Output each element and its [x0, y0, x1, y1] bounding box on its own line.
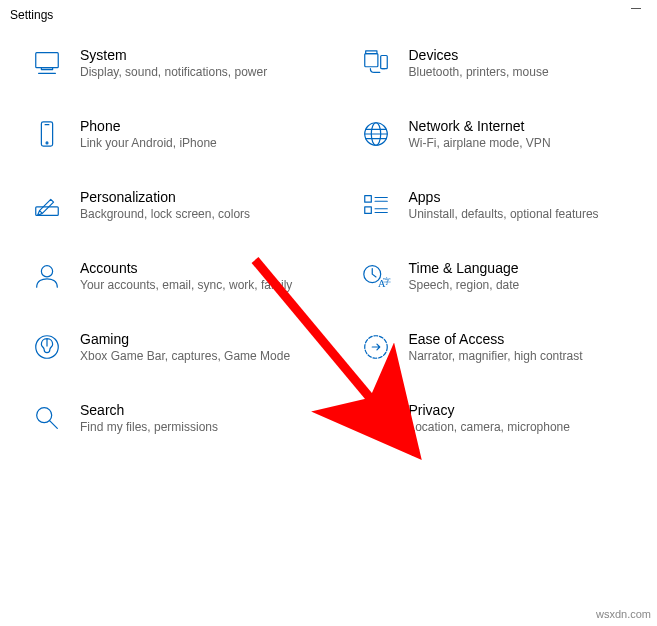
svg-rect-1 — [41, 68, 52, 70]
globe-icon — [359, 117, 393, 151]
svg-point-9 — [46, 142, 48, 144]
svg-rect-14 — [364, 196, 371, 203]
tile-title: Devices — [409, 46, 638, 64]
tile-apps[interactable]: Apps Uninstall, defaults, optional featu… — [339, 172, 648, 243]
window-title: Settings — [10, 8, 53, 22]
svg-rect-4 — [365, 51, 376, 54]
tile-personalization[interactable]: Personalization Background, lock screen,… — [10, 172, 319, 243]
tile-title: Ease of Access — [409, 330, 638, 348]
system-icon — [30, 46, 64, 80]
tile-title: Network & Internet — [409, 117, 638, 135]
svg-rect-5 — [380, 56, 387, 69]
tile-phone[interactable]: Phone Link your Android, iPhone — [10, 101, 319, 172]
svg-line-27 — [50, 421, 58, 429]
tile-title: Time & Language — [409, 259, 638, 277]
tile-title: Personalization — [80, 188, 309, 206]
ease-of-access-icon — [359, 330, 393, 364]
tile-title: Apps — [409, 188, 638, 206]
clock-language-icon: A字 — [359, 259, 393, 293]
tile-desc: Speech, region, date — [409, 277, 638, 294]
tile-desc: Bluetooth, printers, mouse — [409, 64, 638, 81]
phone-icon — [30, 117, 64, 151]
tile-desc: Wi-Fi, airplane mode, VPN — [409, 135, 638, 152]
tile-network[interactable]: Network & Internet Wi-Fi, airplane mode,… — [339, 101, 648, 172]
tile-desc: Narrator, magnifier, high contrast — [409, 348, 638, 365]
apps-list-icon — [359, 188, 393, 222]
lock-icon — [359, 401, 393, 435]
tile-title: System — [80, 46, 309, 64]
svg-point-20 — [41, 266, 52, 277]
tile-desc: Link your Android, iPhone — [80, 135, 309, 152]
tile-desc: Background, lock screen, colors — [80, 206, 309, 223]
tile-time-language[interactable]: A字 Time & Language Speech, region, date — [339, 243, 648, 314]
tile-desc: Uninstall, defaults, optional features — [409, 206, 638, 223]
tile-system[interactable]: System Display, sound, notifications, po… — [10, 30, 319, 101]
tile-desc: Xbox Game Bar, captures, Game Mode — [80, 348, 309, 365]
window-titlebar: Settings — [0, 0, 657, 30]
tile-accounts[interactable]: Accounts Your accounts, email, sync, wor… — [10, 243, 319, 314]
tile-title: Accounts — [80, 259, 309, 277]
tile-desc: Your accounts, email, sync, work, family — [80, 277, 309, 294]
tile-title: Phone — [80, 117, 309, 135]
gaming-icon — [30, 330, 64, 364]
tile-desc: Location, camera, microphone — [409, 419, 638, 436]
svg-rect-3 — [364, 54, 377, 67]
tile-title: Search — [80, 401, 309, 419]
svg-rect-15 — [364, 207, 371, 214]
person-icon — [30, 259, 64, 293]
tile-gaming[interactable]: Gaming Xbox Game Bar, captures, Game Mod… — [10, 314, 319, 385]
svg-point-29 — [374, 420, 377, 423]
tile-ease-of-access[interactable]: Ease of Access Narrator, magnifier, high… — [339, 314, 648, 385]
devices-icon — [359, 46, 393, 80]
pen-icon — [30, 188, 64, 222]
tile-privacy[interactable]: Privacy Location, camera, microphone — [339, 385, 648, 456]
search-icon — [30, 401, 64, 435]
tile-title: Gaming — [80, 330, 309, 348]
settings-grid: System Display, sound, notifications, po… — [0, 30, 657, 456]
svg-text:字: 字 — [382, 275, 390, 285]
minimize-icon[interactable] — [631, 8, 641, 9]
tile-devices[interactable]: Devices Bluetooth, printers, mouse — [339, 30, 648, 101]
tile-desc: Find my files, permissions — [80, 419, 309, 436]
svg-rect-0 — [36, 53, 59, 68]
tile-desc: Display, sound, notifications, power — [80, 64, 309, 81]
tile-title: Privacy — [409, 401, 638, 419]
tile-search[interactable]: Search Find my files, permissions — [10, 385, 319, 456]
watermark: wsxdn.com — [596, 608, 651, 620]
